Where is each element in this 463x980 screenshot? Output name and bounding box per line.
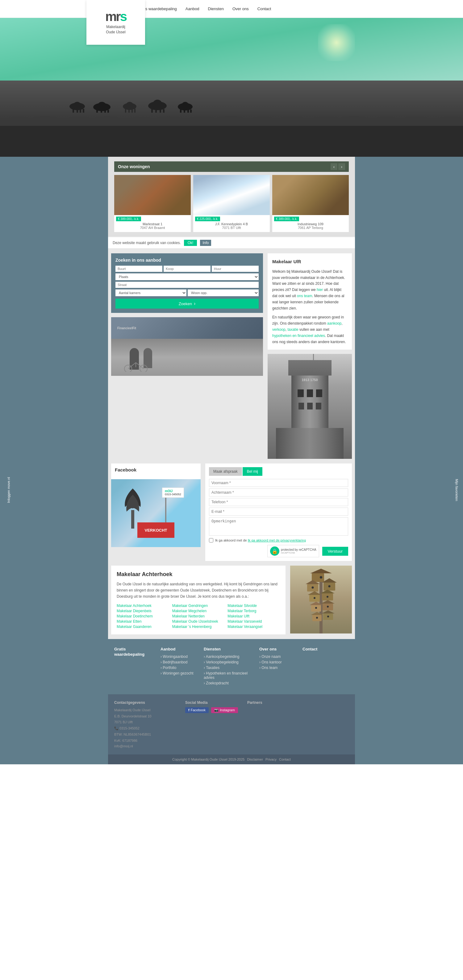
- svg-point-43: [328, 585, 331, 587]
- link-gaanderen[interactable]: Makelaar Gaanderen: [117, 625, 169, 629]
- contact-link-footer[interactable]: Contact: [279, 757, 291, 761]
- woningen-section: Onze woningen ‹ › € 389.000,- k.k. Marle…: [108, 157, 355, 237]
- footer-aankoopbegeleiding[interactable]: › Aankoopbegeleiding: [204, 654, 253, 659]
- disclaimer-link[interactable]: Disclaimer: [247, 757, 263, 761]
- woning-address-2: J.F. Kennedyplein 4 B: [195, 222, 268, 226]
- svg-rect-21: [155, 109, 157, 113]
- cookie-text: Deze website maakt gebruik van cookies.: [113, 241, 181, 245]
- contact-telefoon[interactable]: [209, 498, 348, 506]
- contact-email[interactable]: [209, 508, 348, 515]
- link-netterden[interactable]: Makelaar Netterden: [172, 614, 225, 618]
- svg-point-25: [182, 102, 189, 108]
- svg-rect-14: [125, 109, 126, 113]
- footer-btw: BTW: NL856367445B01: [114, 732, 176, 738]
- cookie-ok-button[interactable]: Ok!: [184, 240, 197, 246]
- link-aankoop[interactable]: aankoop: [327, 321, 341, 326]
- nav-diensten[interactable]: Diensten: [208, 6, 224, 11]
- footer-verkoopbegeleiding[interactable]: › Verkoopbegeleiding: [204, 660, 253, 664]
- search-box: Zoeken in ons aanbod Plaats: [111, 253, 263, 313]
- footer-taxaties[interactable]: › Taxaties: [204, 666, 253, 670]
- svg-rect-9: [100, 110, 102, 113]
- search-woon-select[interactable]: Woon opp.: [188, 290, 259, 296]
- next-button[interactable]: ›: [338, 163, 345, 170]
- link-varsseveld[interactable]: Makelaar Varsseveld: [228, 619, 280, 624]
- search-buurt-input[interactable]: [115, 266, 162, 272]
- footer-portfolio[interactable]: › Portfolio: [161, 666, 197, 670]
- woning-postal-1: 7047 AH Braamt: [116, 226, 189, 231]
- footer-zoekopdracht[interactable]: › Zoekopdracht: [204, 681, 253, 685]
- woning-card-3[interactable]: € 389.000,- k.k. Industrieweg 109 7061 A…: [272, 175, 349, 232]
- link-ulft[interactable]: Makelaar Ulft: [228, 614, 280, 618]
- nav-contact[interactable]: Contact: [258, 6, 271, 11]
- search-kamers-select[interactable]: Aantal kamers: [115, 290, 186, 296]
- search-plaats-select[interactable]: Plaats: [115, 274, 259, 280]
- sidebar-left[interactable]: Inloggen move.nl: [5, 473, 12, 507]
- footer-onze-naam[interactable]: › Onze naam: [259, 654, 296, 659]
- svg-point-13: [126, 102, 133, 107]
- link-oude-ijsselstreek[interactable]: Makelaar Oude IJsselstreek: [172, 619, 225, 624]
- svg-rect-26: [180, 110, 181, 113]
- search-koop-input[interactable]: [164, 266, 210, 272]
- footer-woningaanbod[interactable]: › Woningaanbod: [161, 654, 197, 659]
- svg-rect-23: [163, 109, 164, 113]
- footer-ons-team[interactable]: › Ons team: [259, 666, 296, 670]
- svg-rect-2: [73, 109, 74, 113]
- content-container: Onze woningen ‹ › € 389.000,- k.k. Marle…: [108, 157, 355, 764]
- link-terborg[interactable]: Makelaar Terborg: [228, 609, 280, 613]
- tab-maak-afspraak[interactable]: Maak afspraak: [209, 467, 242, 476]
- nav-over-ons[interactable]: Over ons: [232, 6, 249, 11]
- search-straat-input[interactable]: [115, 282, 259, 288]
- footer-bedrijfsaanbod[interactable]: › Bedrijfsaanbod: [161, 660, 197, 664]
- footer-woningen-gezocht[interactable]: › Woningen gezocht: [161, 671, 197, 675]
- left-column: Zoeken in ons aanbod Plaats: [111, 253, 263, 459]
- woning-img-2: [193, 175, 270, 215]
- footer-hypotheken[interactable]: › Hypotheken en financieel advies: [204, 671, 253, 680]
- link-team[interactable]: ons team: [297, 294, 312, 298]
- footer-instagram-link[interactable]: 📷 Instagram: [211, 707, 238, 713]
- search-huur-input[interactable]: [212, 266, 259, 272]
- woning-price-1: € 389.000,- k.k.: [116, 216, 141, 221]
- svg-point-47: [326, 596, 328, 598]
- fb-contact-row: Facebook VERKOCHT mOIJ 0315-345052: [108, 463, 355, 566]
- contact-submit-button[interactable]: Verstuur: [322, 547, 348, 556]
- footer-phone: 📞 0315-345052: [114, 725, 176, 732]
- link-silvolde[interactable]: Makelaar Silvolde: [228, 603, 280, 608]
- link-gendringen[interactable]: Makelaar Gendringen: [172, 603, 225, 608]
- link-hier[interactable]: hier: [317, 288, 323, 292]
- woning-price-2: € 225.000,- k.k.: [195, 216, 220, 221]
- link-veraangsel[interactable]: Makelaar Veraangsel: [228, 625, 280, 629]
- woning-card-2[interactable]: € 225.000,- k.k. J.F. Kennedyplein 4 B 7…: [193, 175, 270, 232]
- footer-ons-kantoor[interactable]: › Ons kantoor: [259, 660, 296, 664]
- footer-email[interactable]: info@moij.nl: [114, 744, 133, 748]
- contact-achternaam[interactable]: [209, 488, 348, 496]
- link-verkoop[interactable]: verkoop: [272, 328, 285, 332]
- privacy-link-footer[interactable]: Privacy: [266, 757, 277, 761]
- footer-kvk: KvK: 67187986: [114, 738, 176, 744]
- link-megchelen[interactable]: Makelaar Megchelen: [172, 609, 225, 613]
- link-diepenbeis[interactable]: Makelaar Diepenbeis: [117, 609, 169, 613]
- woning-card-1[interactable]: € 389.000,- k.k. Marlestraat 1 7047 AH B…: [114, 175, 191, 232]
- svg-point-53: [316, 617, 318, 619]
- search-title: Zoeken in ons aanbod: [115, 258, 259, 262]
- privacy-link[interactable]: Ik ga akkoord met de privacyverklaring: [248, 538, 306, 542]
- link-taxatie[interactable]: taxatie: [287, 328, 298, 332]
- cookie-info-button[interactable]: Info: [200, 240, 211, 246]
- link-achterhoek[interactable]: Makelaar Achterhoek: [117, 603, 169, 608]
- link-etten[interactable]: Makelaar Etten: [117, 619, 169, 624]
- footer-facebook-link[interactable]: f Facebook: [185, 707, 208, 713]
- link-hyp[interactable]: hypotheken en financieel advies: [272, 334, 325, 338]
- svg-point-49: [315, 607, 317, 609]
- makelaar-intro: Welkom bij Makelaardij Oude IJssel! Dat …: [272, 269, 347, 312]
- privacy-checkbox[interactable]: [209, 538, 213, 542]
- link-doetinchem[interactable]: Makelaar Doetinchem: [117, 614, 169, 618]
- contact-voornaam[interactable]: [209, 479, 348, 487]
- contact-opmerkingen[interactable]: [209, 517, 348, 536]
- svg-point-41: [312, 587, 314, 589]
- search-button[interactable]: Zoeken ›: [115, 299, 259, 309]
- nav-aanbod[interactable]: Aanbod: [186, 6, 199, 11]
- prev-button[interactable]: ‹: [331, 163, 337, 170]
- sidebar-right[interactable]: Mijn favorieten: [453, 474, 461, 506]
- tab-bel-mij[interactable]: Bel mij: [243, 467, 263, 476]
- woning-img-3: [272, 175, 349, 215]
- link-heerenberg[interactable]: Makelaar 's Heerenberg: [172, 625, 225, 629]
